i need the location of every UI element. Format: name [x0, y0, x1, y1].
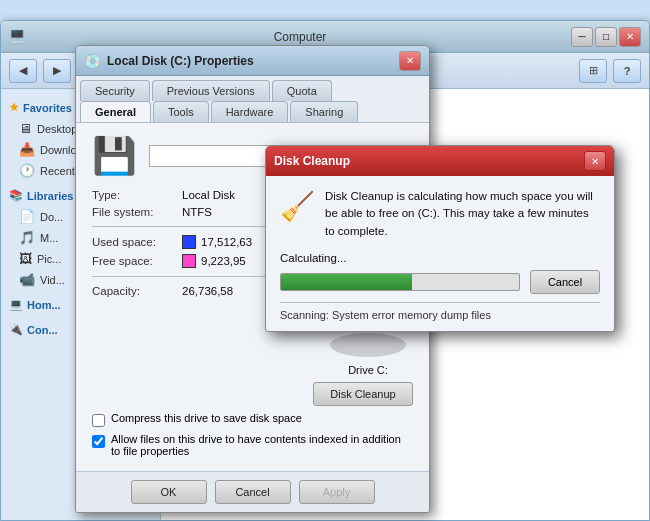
cleanup-separator: [280, 302, 600, 303]
drive-label: Drive C:: [323, 364, 413, 376]
properties-dialog-buttons: OK Cancel Apply: [76, 471, 429, 512]
tab-tools[interactable]: Tools: [153, 101, 209, 122]
index-label: Allow files on this drive to have conten…: [111, 433, 413, 457]
tab-sharing[interactable]: Sharing: [290, 101, 358, 122]
properties-title-icon: 💿: [84, 53, 101, 69]
cleanup-body: 🧹 Disk Cleanup is calculating how much s…: [266, 176, 614, 331]
capacity-label: Capacity:: [92, 285, 182, 297]
tabs-container: Security Previous Versions Quota General…: [76, 76, 429, 123]
used-space-label: Used space:: [92, 236, 182, 248]
recent-icon: 🕐: [19, 163, 35, 178]
compress-label: Compress this drive to save disk space: [111, 412, 302, 424]
tab-hardware[interactable]: Hardware: [211, 101, 289, 122]
calculating-text: Calculating...: [280, 252, 600, 264]
documents-icon: 📄: [19, 209, 35, 224]
free-color-box: [182, 254, 196, 268]
apply-button[interactable]: Apply: [299, 480, 375, 504]
disk-cleanup-row: Disk Cleanup: [92, 382, 413, 406]
ok-button[interactable]: OK: [131, 480, 207, 504]
scanning-row: Scanning: System error memory dump files: [280, 309, 600, 321]
free-space-value: 9,223,95: [201, 255, 246, 267]
explorer-maximize-btn[interactable]: □: [595, 27, 617, 47]
cleanup-titlebar: Disk Cleanup ✕: [266, 146, 614, 176]
properties-titlebar: 💿 Local Disk (C:) Properties ✕: [76, 46, 429, 76]
explorer-title: Computer: [31, 30, 569, 44]
cleanup-close-btn[interactable]: ✕: [584, 151, 606, 171]
back-btn[interactable]: ◀: [9, 59, 37, 83]
free-space-label: Free space:: [92, 255, 182, 267]
cleanup-message: Disk Cleanup is calculating how much spa…: [325, 188, 600, 240]
tab-previous-versions[interactable]: Previous Versions: [152, 80, 270, 101]
watermark: wsxdn.com: [592, 506, 642, 517]
capacity-value: 26,736,58: [182, 285, 233, 297]
tab-quota[interactable]: Quota: [272, 80, 332, 101]
properties-close-btn[interactable]: ✕: [399, 51, 421, 71]
type-value: Local Disk: [182, 189, 235, 201]
index-checkbox-row: Allow files on this drive to have conten…: [92, 433, 413, 457]
disk-cleanup-btn[interactable]: Disk Cleanup: [313, 382, 413, 406]
help-btn[interactable]: ?: [613, 59, 641, 83]
type-label: Type:: [92, 189, 182, 201]
compress-checkbox[interactable]: [92, 414, 105, 427]
cleanup-dialog: Disk Cleanup ✕ 🧹 Disk Cleanup is calcula…: [265, 145, 615, 332]
cancel-button[interactable]: Cancel: [215, 480, 291, 504]
pictures-icon: 🖼: [19, 251, 32, 266]
music-icon: 🎵: [19, 230, 35, 245]
view-btn[interactable]: ⊞: [579, 59, 607, 83]
tab-row-1: Security Previous Versions Quota: [80, 80, 334, 101]
progress-row: Cancel: [280, 270, 600, 294]
explorer-icon: 🖥️: [9, 29, 25, 44]
explorer-minimize-btn[interactable]: ─: [571, 27, 593, 47]
explorer-close-btn[interactable]: ✕: [619, 27, 641, 47]
used-color-box: [182, 235, 196, 249]
sidebar-favorites-label: Favorites: [23, 102, 72, 114]
cleanup-cancel-btn[interactable]: Cancel: [530, 270, 600, 294]
videos-icon: 📹: [19, 272, 35, 287]
cleanup-header-row: 🧹 Disk Cleanup is calculating how much s…: [280, 188, 600, 240]
tab-security[interactable]: Security: [80, 80, 150, 101]
filesystem-value: NTFS: [182, 206, 212, 218]
used-space-value: 17,512,63: [201, 236, 252, 248]
scanning-value: System error memory dump files: [332, 309, 491, 321]
index-checkbox[interactable]: [92, 435, 105, 448]
drive-icon-large: 💾: [92, 135, 137, 177]
progress-fill: [281, 274, 412, 290]
cleanup-icon: 🧹: [280, 190, 315, 223]
svg-point-0: [330, 333, 406, 357]
scanning-label: Scanning:: [280, 309, 329, 321]
cleanup-title: Disk Cleanup: [274, 154, 582, 168]
tab-general[interactable]: General: [80, 101, 151, 122]
forward-btn[interactable]: ▶: [43, 59, 71, 83]
compress-checkbox-row: Compress this drive to save disk space: [92, 412, 413, 427]
downloads-icon: 📥: [19, 142, 35, 157]
progress-track: [280, 273, 520, 291]
desktop-icon: 🖥: [19, 121, 32, 136]
properties-title: Local Disk (C:) Properties: [107, 54, 397, 68]
tab-row-2: General Tools Hardware Sharing: [80, 101, 360, 122]
filesystem-label: File system:: [92, 206, 182, 218]
